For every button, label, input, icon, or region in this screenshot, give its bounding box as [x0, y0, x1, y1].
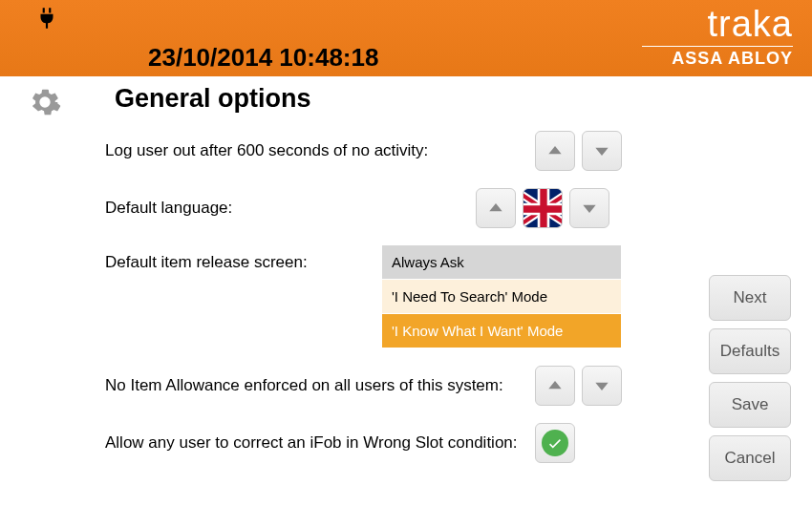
logout-label: Log user out after 600 seconds of no act…: [105, 141, 535, 160]
release-screen-label: Default item release screen:: [105, 245, 382, 272]
settings-area: Log user out after 600 seconds of no act…: [105, 131, 659, 463]
row-release-screen: Default item release screen: Always Ask …: [105, 245, 659, 348]
next-button[interactable]: Next: [709, 275, 791, 321]
release-screen-list: Always Ask 'I Need To Search' Mode 'I Kn…: [382, 245, 621, 348]
chevron-up-icon: [545, 141, 565, 160]
brand-block: traka ASSA ABLOY: [642, 6, 793, 69]
logout-up-button[interactable]: [535, 131, 575, 171]
cancel-button[interactable]: Cancel: [709, 435, 791, 481]
datetime: 23/10/2014 10:48:18: [148, 43, 378, 73]
language-down-button[interactable]: [569, 188, 609, 228]
item-allowance-label: No Item Allowance enforced on all users …: [105, 376, 535, 395]
plug-icon: [34, 6, 59, 34]
release-option-always-ask[interactable]: Always Ask: [382, 245, 621, 280]
save-button[interactable]: Save: [709, 382, 791, 428]
brand-primary: traka: [642, 6, 793, 42]
wrong-slot-label: Allow any user to correct an iFob in Wro…: [105, 433, 535, 453]
row-logout: Log user out after 600 seconds of no act…: [105, 131, 659, 171]
content-area: General options Log user out after 600 s…: [0, 76, 812, 506]
chevron-up-icon: [486, 199, 505, 218]
wrong-slot-toggle[interactable]: [535, 423, 575, 463]
chevron-down-icon: [580, 199, 599, 218]
defaults-button[interactable]: Defaults: [709, 328, 791, 374]
side-button-bar: Next Defaults Save Cancel: [709, 275, 791, 481]
chevron-down-icon: [592, 376, 611, 395]
gear-icon: [29, 86, 61, 122]
row-item-allowance: No Item Allowance enforced on all users …: [105, 366, 659, 406]
allowance-down-button[interactable]: [582, 366, 622, 406]
chevron-up-icon: [545, 376, 565, 395]
brand-divider: [642, 46, 793, 47]
check-icon: [542, 430, 568, 456]
release-option-search-mode[interactable]: 'I Need To Search' Mode: [382, 280, 621, 314]
chevron-down-icon: [592, 141, 611, 160]
language-label: Default language:: [105, 199, 476, 218]
app-header: 23/10/2014 10:48:18 traka ASSA ABLOY: [0, 0, 812, 76]
brand-secondary: ASSA ABLOY: [642, 49, 793, 69]
release-option-know-mode[interactable]: 'I Know What I Want' Mode: [382, 314, 621, 348]
language-flag-uk: [523, 188, 563, 228]
row-wrong-slot: Allow any user to correct an iFob in Wro…: [105, 423, 659, 463]
allowance-up-button[interactable]: [535, 366, 575, 406]
page-title: General options: [115, 84, 793, 114]
language-up-button[interactable]: [476, 188, 516, 228]
row-language: Default language:: [105, 188, 659, 228]
logout-down-button[interactable]: [582, 131, 622, 171]
